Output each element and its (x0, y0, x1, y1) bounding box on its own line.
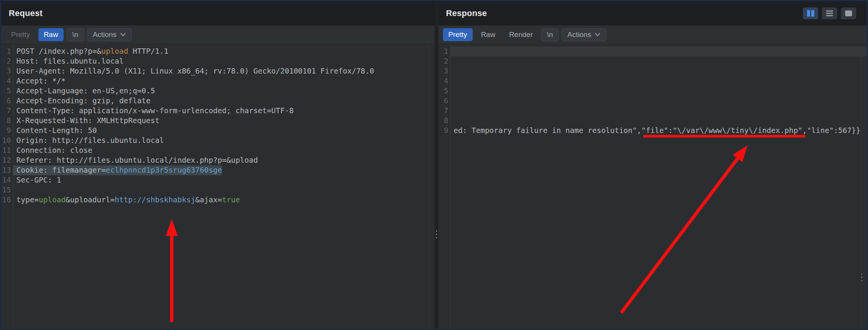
line-number: 14 (1, 175, 13, 185)
code-line[interactable]: 4 (438, 76, 867, 86)
code-text: Connection: close (13, 146, 93, 155)
line-number: 15 (1, 185, 13, 195)
line-number: 11 (1, 146, 13, 155)
token-amber: upload (101, 47, 128, 56)
code-line[interactable]: 12Referer: http://files.ubuntu.local/ind… (1, 155, 435, 165)
request-panel: Request PrettyRaw\nActions 1POST /index.… (1, 1, 435, 329)
code-line[interactable]: 1 (438, 46, 867, 56)
code-line[interactable]: 5 (438, 86, 867, 96)
layout-single-button[interactable] (841, 8, 856, 19)
token: HTTP/1.1 (128, 47, 169, 56)
response-tab-render-label: Render (509, 30, 533, 39)
code-text: X-Requested-With: XMLHttpRequest (13, 116, 160, 126)
code-text: Origin: http://files.ubuntu.local (13, 136, 164, 146)
request-tab-pretty[interactable]: Pretty (6, 28, 35, 41)
response-tab-raw-label: Raw (481, 30, 496, 39)
line-number: 1 (1, 46, 13, 56)
token: Accept-Language: en-US,en;q=0.5 (16, 87, 155, 95)
code-line[interactable]: 6 (438, 96, 867, 106)
response-tab-raw[interactable]: Raw (476, 28, 501, 41)
code-line[interactable]: 5Accept-Language: en-US,en;q=0.5 (1, 86, 435, 96)
request-editor[interactable]: 1POST /index.php?p=&upload HTTP/1.12Host… (1, 44, 435, 329)
code-text: Cookie: filemanager=eclhpnncd1p3r5srug63… (13, 165, 222, 175)
code-text: type=upload&uploadurl=http://shbskhabksj… (13, 195, 240, 205)
code-line[interactable]: 7Content-Type: application/x-www-form-ur… (1, 106, 435, 116)
token: Content-Length: 50 (16, 126, 97, 135)
code-text: Sec-GPC: 1 (13, 175, 61, 185)
line-number: 5 (1, 86, 13, 96)
code-line[interactable]: 9ed: Temporary failure in name resolutio… (438, 126, 867, 136)
single-view-icon (845, 11, 852, 16)
code-line[interactable]: 10Origin: http://files.ubuntu.local (1, 136, 435, 146)
code-text: Content-Type: application/x-www-form-url… (13, 106, 294, 116)
response-panel-title: Response (446, 8, 487, 18)
code-line[interactable]: 15 (1, 185, 435, 195)
code-line[interactable]: 13Cookie: filemanager=eclhpnncd1p3r5srug… (1, 165, 435, 175)
request-panel-title: Request (9, 8, 43, 18)
line-number: 3 (438, 66, 450, 76)
line-number: 10 (1, 136, 13, 146)
code-line[interactable]: 1POST /index.php?p=&upload HTTP/1.1 (1, 46, 435, 56)
line-number: 7 (438, 106, 450, 116)
line-number: 7 (1, 106, 13, 116)
code-text: User-Agent: Mozilla/5.0 (X11; Linux x86_… (13, 66, 374, 76)
line-number: 9 (1, 126, 13, 136)
token: Content-Type: application/x-www-form-url… (16, 106, 294, 115)
code-line[interactable]: 11Connection: close (1, 146, 435, 155)
request-actions-dropdown[interactable]: Actions (87, 28, 132, 41)
line-number: 2 (1, 56, 13, 66)
code-line[interactable]: 16type=upload&uploadurl=http://shbskhabk… (1, 195, 435, 205)
line-number: 2 (438, 56, 450, 66)
response-editor[interactable]: ⋮ 123456789ed: Temporary failure in name… (438, 44, 867, 329)
response-tab-pretty-label: Pretty (448, 30, 467, 39)
line-number: 1 (438, 46, 450, 56)
code-text (13, 185, 16, 195)
inspector-grip-icon[interactable]: ⋮ (857, 272, 867, 282)
code-text: Host: files.ubuntu.local (13, 56, 124, 66)
code-line[interactable]: 8 (438, 116, 867, 126)
line-number: 8 (438, 116, 450, 126)
layout-toggle-group (803, 8, 856, 19)
token: ed: Temporary failure in name resolution… (454, 126, 860, 135)
line-number: 3 (1, 66, 13, 76)
layout-rows-button[interactable] (822, 8, 837, 19)
response-tab-render[interactable]: Render (504, 28, 538, 41)
token: type= (16, 195, 39, 204)
code-line[interactable]: 3 (438, 66, 867, 76)
code-text: Accept: */* (13, 76, 66, 86)
response-actions-dropdown[interactable]: Actions (562, 28, 606, 41)
token: &ajax= (195, 195, 222, 204)
code-line[interactable]: 2 (438, 56, 867, 66)
token: Host: files.ubuntu.local (16, 57, 124, 66)
line-number: 4 (1, 76, 13, 86)
response-tab-row: PrettyRawRender\nActions (438, 26, 867, 44)
request-tab-raw-label: Raw (44, 30, 58, 39)
response-tab-pretty[interactable]: Pretty (443, 28, 473, 41)
line-number: 8 (1, 116, 13, 126)
response-actions-dropdown-label: Actions (567, 30, 591, 39)
code-text (450, 56, 454, 66)
panel-splitter[interactable]: ⋮ (435, 1, 438, 329)
request-tab-row: PrettyRaw\nActions (1, 26, 435, 44)
code-line[interactable]: 9Content-Length: 50 (1, 126, 435, 136)
layout-columns-button[interactable] (803, 8, 818, 19)
request-newline-toggle[interactable]: \n (67, 28, 84, 41)
line-number: 16 (1, 195, 13, 205)
token: Accept-Encoding: gzip, deflate (16, 96, 150, 105)
response-newline-toggle[interactable]: \n (541, 28, 559, 41)
request-newline-toggle-label: \n (72, 30, 78, 39)
line-number: 4 (438, 76, 450, 86)
code-line[interactable]: 3User-Agent: Mozilla/5.0 (X11; Linux x86… (1, 66, 435, 76)
token-green: upload (39, 195, 66, 204)
code-line[interactable]: 2Host: files.ubuntu.local (1, 56, 435, 66)
request-tab-raw[interactable]: Raw (38, 28, 64, 41)
code-text: Content-Length: 50 (13, 126, 97, 136)
code-line[interactable]: 7 (438, 106, 867, 116)
line-number: 6 (1, 96, 13, 106)
code-line[interactable]: 6Accept-Encoding: gzip, deflate (1, 96, 435, 106)
burp-repeater-window: { "request_panel": { "title": "Request",… (0, 0, 868, 330)
rows-view-icon (826, 11, 833, 16)
code-line[interactable]: 8X-Requested-With: XMLHttpRequest (1, 116, 435, 126)
code-line[interactable]: 14Sec-GPC: 1 (1, 175, 435, 185)
code-line[interactable]: 4Accept: */* (1, 76, 435, 86)
